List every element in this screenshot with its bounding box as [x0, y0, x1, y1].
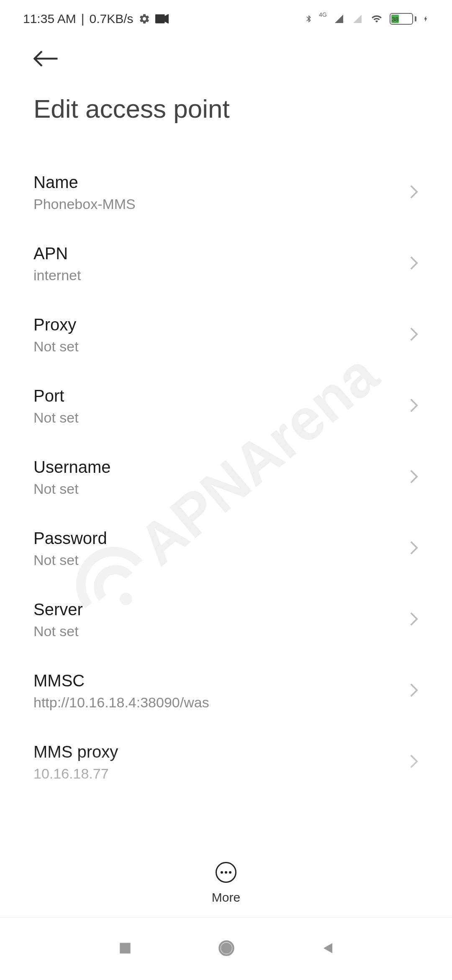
setting-item-apn[interactable]: APN internet — [33, 228, 419, 299]
status-bar: 11:35 AM | 0.7KB/s 4G — [0, 0, 452, 38]
setting-value: Not set — [33, 623, 409, 640]
setting-item-port[interactable]: Port Not set — [33, 371, 419, 442]
setting-label: Name — [33, 173, 409, 192]
chevron-right-icon — [409, 611, 419, 628]
setting-item-name[interactable]: Name Phonebox-MMS — [33, 157, 419, 228]
nav-recent-icon[interactable] — [117, 940, 133, 958]
setting-value: Not set — [33, 338, 409, 355]
setting-label: MMS proxy — [33, 743, 409, 761]
wifi-icon — [370, 13, 384, 24]
setting-item-password[interactable]: Password Not set — [33, 513, 419, 584]
setting-label: MMSC — [33, 671, 409, 690]
setting-label: Username — [33, 458, 409, 477]
battery-indicator: 38 — [390, 13, 416, 25]
setting-label: Password — [33, 529, 409, 548]
navigation-bar — [0, 917, 452, 980]
signal-icon-2 — [351, 14, 364, 24]
svg-rect-0 — [120, 943, 131, 953]
bluetooth-icon — [305, 12, 313, 26]
setting-label: Proxy — [33, 315, 409, 334]
more-label: More — [212, 890, 240, 905]
chevron-right-icon — [409, 398, 419, 415]
status-data-rate: 0.7KB/s — [90, 12, 134, 26]
status-time: 11:35 AM — [23, 12, 76, 26]
network-type: 4G — [319, 11, 327, 18]
setting-label: Port — [33, 387, 409, 405]
setting-value: Not set — [33, 552, 409, 568]
chevron-right-icon — [409, 540, 419, 557]
chevron-right-icon — [409, 469, 419, 486]
setting-item-proxy[interactable]: Proxy Not set — [33, 299, 419, 371]
chevron-right-icon — [409, 683, 419, 699]
setting-value: Not set — [33, 481, 409, 497]
more-icon — [216, 862, 236, 883]
back-button[interactable] — [33, 50, 59, 69]
charging-icon — [422, 13, 429, 25]
chevron-right-icon — [409, 255, 419, 272]
settings-list: Name Phonebox-MMS APN internet Proxy Not… — [0, 157, 452, 798]
nav-back-icon[interactable] — [320, 941, 335, 957]
video-icon — [155, 14, 169, 23]
setting-value: Phonebox-MMS — [33, 196, 409, 212]
chevron-right-icon — [409, 754, 419, 771]
svg-point-2 — [222, 944, 231, 953]
page-title: Edit access point — [33, 94, 419, 124]
setting-value: Not set — [33, 410, 409, 426]
nav-home-icon[interactable] — [217, 939, 236, 959]
setting-value: internet — [33, 267, 409, 284]
setting-label: APN — [33, 244, 409, 263]
gear-icon — [139, 13, 150, 25]
setting-label: Server — [33, 600, 409, 619]
setting-item-username[interactable]: Username Not set — [33, 442, 419, 513]
setting-item-mmsc[interactable]: MMSC http://10.16.18.4:38090/was — [33, 655, 419, 727]
chevron-right-icon — [409, 327, 419, 343]
setting-value: 10.16.18.77 — [33, 766, 409, 782]
more-button[interactable]: More — [212, 862, 240, 905]
signal-icon-1 — [333, 14, 345, 24]
setting-item-mms-proxy[interactable]: MMS proxy 10.16.18.77 — [33, 727, 419, 798]
setting-item-server[interactable]: Server Not set — [33, 584, 419, 655]
setting-value: http://10.16.18.4:38090/was — [33, 694, 409, 711]
chevron-right-icon — [409, 184, 419, 201]
